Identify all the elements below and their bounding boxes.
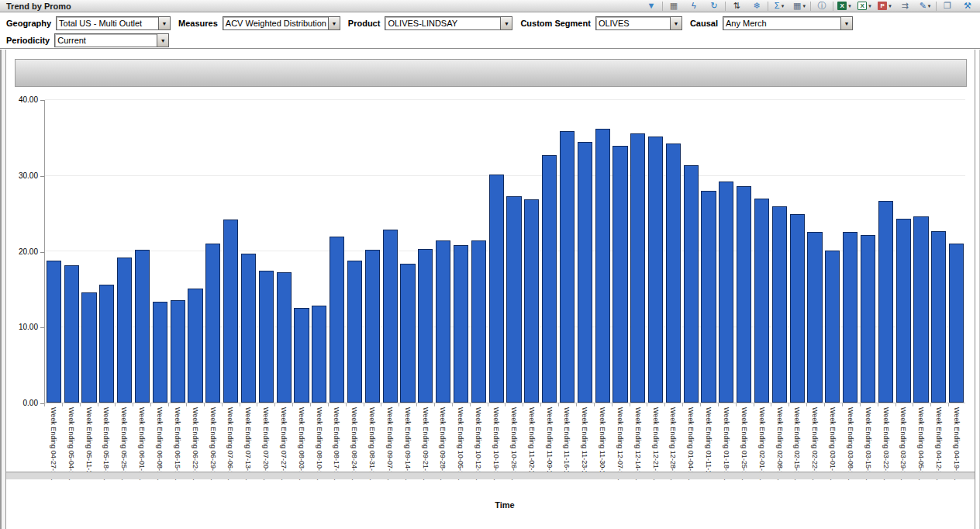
quick-calc-button[interactable]: ϟ bbox=[684, 0, 704, 12]
bar-week-47[interactable] bbox=[861, 235, 875, 403]
customize-button[interactable]: ⚒ bbox=[958, 0, 978, 12]
bar-week-22[interactable] bbox=[418, 249, 433, 403]
dropdown-arrow-icon[interactable]: ▼ bbox=[328, 17, 340, 29]
causal-selected-value: Any Merch bbox=[723, 17, 769, 29]
causal-dropdown[interactable]: Any Merch▼ bbox=[723, 16, 853, 30]
table-layout-button[interactable]: ▦▾ bbox=[789, 0, 809, 12]
bar-week-51[interactable] bbox=[931, 231, 946, 403]
bar-week-31[interactable] bbox=[578, 142, 592, 403]
bar-week-7[interactable] bbox=[153, 302, 167, 403]
dropdown-arrow-icon[interactable]: ▼ bbox=[840, 17, 852, 29]
bar-week-19[interactable] bbox=[365, 250, 380, 403]
bar-week-49[interactable] bbox=[896, 219, 911, 403]
dropdown-arrow-icon[interactable]: ▼ bbox=[670, 17, 682, 29]
bar-week-25[interactable] bbox=[471, 240, 486, 403]
x-tick-label: Week Ending 03-01-1... bbox=[829, 407, 836, 496]
bar-slot bbox=[240, 100, 257, 403]
geography-dropdown[interactable]: Total US - Multi Outlet▼ bbox=[56, 16, 171, 30]
bar-week-20[interactable] bbox=[383, 230, 398, 403]
bar-week-42[interactable] bbox=[772, 206, 787, 403]
toolbar-separator bbox=[725, 2, 726, 11]
filter-group-custom-segment: Custom SegmentOLIVES▼ bbox=[520, 16, 682, 30]
x-tick-label: Week Ending 06-29-1... bbox=[209, 407, 216, 496]
bar-slot bbox=[169, 100, 187, 403]
bar-slot bbox=[416, 100, 434, 403]
bar-week-18[interactable] bbox=[347, 261, 362, 403]
bar-week-41[interactable] bbox=[754, 199, 769, 403]
bar-slot bbox=[841, 100, 859, 403]
x-label-slot: Week Ending 04-27-1... bbox=[44, 407, 62, 496]
vertical-splitter[interactable] bbox=[0, 50, 6, 529]
export-excel-report-button[interactable]: X▾ bbox=[854, 0, 875, 12]
bar-week-17[interactable] bbox=[330, 237, 344, 403]
product-dropdown[interactable]: OLIVES-LINDSAY▼ bbox=[385, 16, 512, 30]
bar-week-36[interactable] bbox=[666, 143, 681, 403]
bar-week-30[interactable] bbox=[560, 131, 575, 403]
sort-button[interactable]: ⇅ bbox=[726, 0, 747, 12]
bar-week-52[interactable] bbox=[949, 244, 964, 403]
bar-week-28[interactable] bbox=[524, 199, 539, 403]
bar-week-9[interactable] bbox=[188, 289, 202, 403]
bar-week-13[interactable] bbox=[259, 271, 274, 403]
bar-week-26[interactable] bbox=[489, 175, 504, 403]
sum-button[interactable]: Σ▾ bbox=[769, 0, 789, 12]
bar-week-43[interactable] bbox=[790, 214, 805, 403]
bar-week-8[interactable] bbox=[171, 300, 185, 403]
bar-week-40[interactable] bbox=[737, 186, 751, 403]
bar-week-6[interactable] bbox=[135, 250, 150, 403]
custom-segment-dropdown[interactable]: OLIVES▼ bbox=[595, 16, 682, 30]
x-tick-label: Week Ending 10-19-1... bbox=[492, 407, 499, 496]
bar-week-24[interactable] bbox=[454, 245, 468, 403]
bar-week-38[interactable] bbox=[701, 191, 716, 403]
dropdown-arrow-icon[interactable]: ▼ bbox=[157, 34, 168, 47]
bar-week-23[interactable] bbox=[436, 240, 450, 403]
bar-week-33[interactable] bbox=[612, 146, 627, 403]
x-tick-label: Week Ending 01-25-1... bbox=[740, 407, 747, 496]
measures-dropdown[interactable]: ACV Weighted Distribution▼ bbox=[223, 16, 340, 30]
refresh-button[interactable]: ↻ bbox=[704, 0, 724, 12]
bar-week-2[interactable] bbox=[64, 265, 79, 403]
send-to-grid-button[interactable]: ⇉ bbox=[895, 0, 915, 12]
edit-button[interactable]: ✎▾ bbox=[915, 0, 935, 12]
bar-week-16[interactable] bbox=[312, 306, 326, 403]
x-tick-label: Week Ending 11-16-14 bbox=[563, 407, 570, 496]
dropdown-arrow-icon[interactable]: ▼ bbox=[500, 17, 512, 29]
bar-week-21[interactable] bbox=[400, 264, 415, 403]
export-powerpoint-button[interactable]: P▾ bbox=[875, 0, 895, 12]
bar-week-48[interactable] bbox=[878, 201, 893, 403]
bar-week-37[interactable] bbox=[684, 165, 699, 403]
copy-button[interactable]: ❐ bbox=[937, 0, 958, 12]
bar-week-27[interactable] bbox=[506, 196, 521, 403]
bar-week-34[interactable] bbox=[630, 133, 645, 403]
x-label-slot: Week Ending 11-09-14 bbox=[540, 407, 558, 496]
bar-week-32[interactable] bbox=[595, 129, 610, 403]
bar-week-39[interactable] bbox=[719, 182, 733, 403]
info-button[interactable]: ⓘ bbox=[812, 0, 832, 12]
bar-week-12[interactable] bbox=[241, 254, 256, 403]
x-label-slot: Week Ending 06-15-1... bbox=[168, 407, 186, 496]
bar-week-45[interactable] bbox=[825, 251, 840, 403]
bar-week-5[interactable] bbox=[117, 258, 132, 403]
bar-week-15[interactable] bbox=[294, 308, 309, 403]
bar-slot bbox=[664, 100, 682, 403]
bar-slot bbox=[399, 100, 417, 403]
bar-week-11[interactable] bbox=[223, 220, 238, 403]
bar-week-44[interactable] bbox=[807, 232, 822, 403]
bar-week-3[interactable] bbox=[81, 292, 96, 403]
freeze-panes-button[interactable]: ❄ bbox=[747, 0, 767, 12]
bar-week-35[interactable] bbox=[648, 137, 663, 403]
bar-week-14[interactable] bbox=[277, 272, 292, 403]
bar-week-10[interactable] bbox=[205, 244, 220, 403]
bar-week-4[interactable] bbox=[99, 285, 114, 403]
bar-week-46[interactable] bbox=[843, 232, 858, 403]
bar-week-50[interactable] bbox=[913, 216, 928, 403]
x-tick-label: Week Ending 11-30-14 bbox=[599, 407, 606, 496]
filter-button[interactable]: ▼ bbox=[641, 0, 661, 12]
export-excel-grid-button[interactable]: X▾ bbox=[834, 0, 854, 12]
table-layout-icon: ▦ bbox=[793, 2, 801, 10]
bar-week-1[interactable] bbox=[47, 261, 61, 403]
dropdown-arrow-icon[interactable]: ▼ bbox=[158, 17, 170, 29]
table-format-button[interactable]: ▦ bbox=[664, 0, 684, 12]
periodicity-dropdown[interactable]: Current▼ bbox=[54, 33, 169, 47]
bar-week-29[interactable] bbox=[542, 155, 557, 403]
